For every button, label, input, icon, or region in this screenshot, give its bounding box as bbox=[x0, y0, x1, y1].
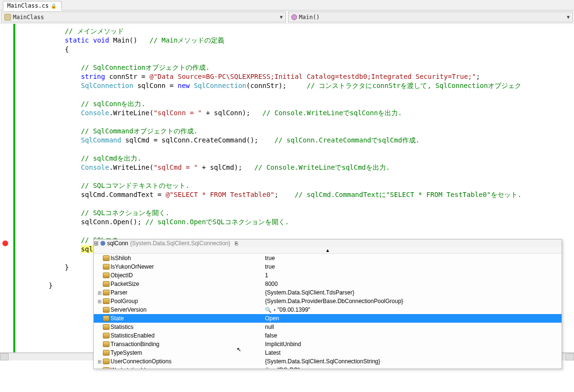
property-icon bbox=[103, 255, 110, 261]
file-tab[interactable]: MainClass.cs 🔒 bbox=[3, 1, 62, 11]
property-icon bbox=[103, 264, 110, 270]
class-combo-label: MainClass bbox=[13, 14, 44, 21]
magnifier-icon[interactable]: 🔍 bbox=[265, 367, 272, 369]
datatip-row[interactable]: ObjectID1 bbox=[94, 271, 562, 280]
expand-icon[interactable]: ⊞ bbox=[97, 299, 102, 304]
property-value: 8000 bbox=[265, 281, 278, 287]
property-value: ImplicitUnbind bbox=[265, 341, 301, 348]
property-name: IsShiloh bbox=[110, 255, 131, 261]
property-value: Latest bbox=[265, 349, 281, 356]
datatip-body: IsShilohtrueIsYukonOrNewertrueObjectID1P… bbox=[94, 254, 562, 369]
property-icon bbox=[103, 307, 110, 313]
property-value: true bbox=[265, 263, 275, 270]
property-value: {System.Data.SqlClient.TdsParser} bbox=[265, 289, 354, 296]
property-value: "09.00.1399" bbox=[277, 306, 310, 313]
member-combo-label: Main() bbox=[299, 14, 320, 21]
expand-icon[interactable]: ⊞ bbox=[97, 359, 102, 364]
datatip-row[interactable]: ⊞Parser{System.Data.SqlClient.TdsParser} bbox=[94, 288, 562, 297]
property-name: Parser bbox=[110, 289, 127, 296]
property-value: false bbox=[265, 332, 277, 339]
member-combo[interactable]: Main() ▼ bbox=[288, 11, 573, 22]
datatip-varname: sqlConn bbox=[107, 240, 128, 247]
property-value: Open bbox=[265, 315, 279, 322]
property-value: true bbox=[265, 255, 275, 261]
variable-icon bbox=[100, 241, 105, 246]
property-icon bbox=[103, 316, 110, 321]
property-value: {System.Data.ProviderBase.DbConnectionPo… bbox=[265, 298, 403, 305]
datatip-row[interactable]: IsYukonOrNewertrue bbox=[94, 262, 562, 271]
property-icon bbox=[103, 341, 110, 347]
property-name: State bbox=[110, 315, 124, 322]
property-value: null bbox=[265, 324, 274, 330]
breakpoint-marker[interactable] bbox=[2, 240, 8, 246]
datatip-row[interactable]: ⊞PoolGroup{System.Data.ProviderBase.DbCo… bbox=[94, 297, 562, 305]
datatip-row[interactable]: StatisticsEnabledfalse bbox=[94, 331, 562, 340]
datatip-row[interactable]: ServerVersion🔍▾"09.00.1399" bbox=[94, 305, 562, 314]
magnifier-icon[interactable]: 🔍 bbox=[265, 307, 272, 313]
expand-icon[interactable]: ⊞ bbox=[94, 240, 99, 247]
editor-gutter[interactable] bbox=[0, 24, 13, 352]
property-name: UserConnectionOptions bbox=[110, 358, 171, 365]
datatip-row[interactable]: WorkstationId🔍▾"BG-PC" bbox=[94, 366, 562, 369]
lock-icon: 🔒 bbox=[51, 3, 56, 9]
tab-strip: MainClass.cs 🔒 bbox=[0, 0, 574, 11]
property-icon bbox=[103, 350, 110, 356]
property-icon bbox=[103, 298, 110, 304]
class-combo[interactable]: MainClass ▼ bbox=[1, 11, 286, 22]
property-name: Statistics bbox=[110, 324, 133, 330]
datatip-row[interactable]: ⊞UserConnectionOptions{System.Data.SqlCl… bbox=[94, 357, 562, 366]
scroll-up-arrow[interactable]: ▲ bbox=[94, 247, 562, 254]
dropdown-icon[interactable]: ▾ bbox=[274, 308, 276, 312]
dropdown-icon[interactable]: ▾ bbox=[274, 368, 276, 369]
property-name: TransactionBinding bbox=[110, 341, 159, 348]
datatip-header[interactable]: ⊞ sqlConn {System.Data.SqlClient.SqlConn… bbox=[94, 240, 562, 247]
property-name: ServerVersion bbox=[110, 306, 146, 313]
property-name: IsYukonOrNewer bbox=[110, 263, 154, 270]
chevron-down-icon: ▼ bbox=[280, 14, 283, 20]
property-icon bbox=[103, 367, 110, 369]
pin-icon[interactable]: ⎘ bbox=[235, 240, 238, 246]
datatip-row[interactable]: TransactionBindingImplicitUnbind bbox=[94, 340, 562, 348]
datatip-row[interactable]: StateOpen bbox=[94, 314, 562, 323]
property-icon bbox=[103, 333, 110, 338]
chevron-down-icon: ▼ bbox=[567, 14, 570, 20]
datatip-value: {System.Data.SqlClient.SqlConnection} bbox=[130, 240, 230, 247]
property-name: WorkstationId bbox=[110, 367, 145, 369]
expand-icon[interactable]: ⊞ bbox=[97, 290, 102, 295]
datatip-row[interactable]: TypeSystemLatest bbox=[94, 348, 562, 357]
property-icon bbox=[103, 324, 110, 330]
property-icon bbox=[103, 359, 110, 364]
property-value: {System.Data.SqlClient.SqlConnectionStri… bbox=[265, 358, 380, 365]
property-value: "BG-PC" bbox=[277, 367, 300, 369]
method-icon bbox=[291, 14, 297, 20]
datatip-row[interactable]: Statisticsnull bbox=[94, 323, 562, 331]
property-icon bbox=[103, 281, 110, 287]
property-name: TypeSystem bbox=[110, 349, 142, 356]
class-icon bbox=[4, 14, 11, 21]
property-icon bbox=[103, 272, 110, 278]
property-value: 1 bbox=[265, 272, 268, 279]
property-name: PoolGroup bbox=[110, 298, 138, 305]
property-name: StatisticsEnabled bbox=[110, 332, 155, 339]
property-icon bbox=[103, 290, 110, 295]
datatip-row[interactable]: IsShilohtrue bbox=[94, 254, 562, 262]
debug-datatip[interactable]: ⊞ sqlConn {System.Data.SqlClient.SqlConn… bbox=[93, 239, 562, 369]
property-name: ObjectID bbox=[110, 272, 133, 279]
property-name: PacketSize bbox=[110, 281, 139, 287]
file-tab-label: MainClass.cs bbox=[7, 2, 49, 9]
nav-combo-bar: MainClass ▼ Main() ▼ bbox=[0, 11, 574, 24]
datatip-row[interactable]: PacketSize8000 bbox=[94, 280, 562, 288]
